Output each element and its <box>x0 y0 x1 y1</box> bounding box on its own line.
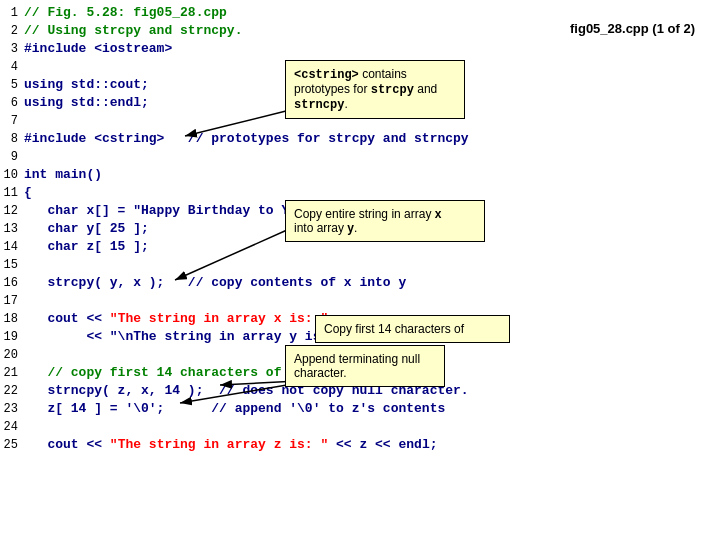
tooltip-cstring-text: <cstring> <box>294 68 359 82</box>
tooltip-strcpy: Copy entire string in array x into array… <box>285 200 485 242</box>
code-line: 23 z[ 14 ] = '\0'; // append '\0' to z's… <box>0 400 560 418</box>
code-line: 17 <box>0 292 560 310</box>
line-number: 12 <box>0 202 24 220</box>
line-number: 11 <box>0 184 24 202</box>
code-line: 3#include <iostream> <box>0 40 560 58</box>
line-number: 24 <box>0 418 24 436</box>
code-line: 6using std::endl; <box>0 94 560 112</box>
line-number: 6 <box>0 94 24 112</box>
line-number: 1 <box>0 4 24 22</box>
line-number: 16 <box>0 274 24 292</box>
code-line: 1// Fig. 5.28: fig05_28.cpp <box>0 4 560 22</box>
line-number: 23 <box>0 400 24 418</box>
tooltip-cstring: <cstring> contains prototypes for strcpy… <box>285 60 465 119</box>
code-line: 20 <box>0 346 560 364</box>
line-number: 19 <box>0 328 24 346</box>
code-line: 10int main() <box>0 166 560 184</box>
line-number: 21 <box>0 364 24 382</box>
line-number: 20 <box>0 346 24 364</box>
line-number: 9 <box>0 148 24 166</box>
sidebar: fig05_28.cpp (1 of 2) <box>560 0 720 540</box>
line-number: 13 <box>0 220 24 238</box>
tooltip-strncpy: Copy first 14 characters of <box>315 315 510 343</box>
code-line: 25 cout << "The string in array z is: " … <box>0 436 560 454</box>
line-number: 22 <box>0 382 24 400</box>
code-line: 24 <box>0 418 560 436</box>
code-line: 22 strncpy( z, x, 14 ); // does not copy… <box>0 382 560 400</box>
code-line: 8#include <cstring> // prototypes for st… <box>0 130 560 148</box>
line-number: 10 <box>0 166 24 184</box>
code-area: 1// Fig. 5.28: fig05_28.cpp2// Using str… <box>0 0 560 540</box>
line-number: 14 <box>0 238 24 256</box>
line-number: 4 <box>0 58 24 76</box>
code-line: 4 <box>0 58 560 76</box>
code-line: 7 <box>0 112 560 130</box>
line-number: 7 <box>0 112 24 130</box>
line-number: 17 <box>0 292 24 310</box>
line-number: 15 <box>0 256 24 274</box>
code-line: 2// Using strcpy and strncpy. <box>0 22 560 40</box>
code-line: 9 <box>0 148 560 166</box>
sidebar-title: fig05_28.cpp (1 of 2) <box>570 20 695 38</box>
tooltip-null: Append terminating null character. <box>285 345 445 387</box>
line-number: 8 <box>0 130 24 148</box>
code-line: 21 // copy first 14 characters of x <box>0 364 560 382</box>
line-number: 2 <box>0 22 24 40</box>
line-number: 5 <box>0 76 24 94</box>
line-number: 18 <box>0 310 24 328</box>
code-line: 16 strcpy( y, x ); // copy contents of x… <box>0 274 560 292</box>
line-number: 3 <box>0 40 24 58</box>
line-number: 25 <box>0 436 24 454</box>
code-line: 5using std::cout; <box>0 76 560 94</box>
code-line: 15 <box>0 256 560 274</box>
